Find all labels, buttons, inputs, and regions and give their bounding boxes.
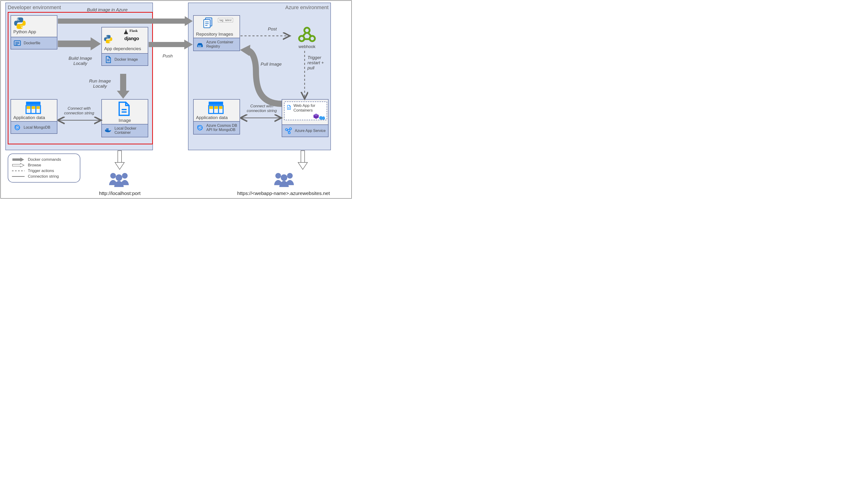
card-app-deps-footer: Docker Image <box>114 57 138 62</box>
ann-push: Push <box>157 53 178 58</box>
svg-rect-40 <box>209 106 213 109</box>
django-label: django <box>124 36 139 41</box>
users-local-icon <box>105 171 133 187</box>
svg-point-26 <box>15 126 16 127</box>
svg-point-49 <box>289 128 291 130</box>
table-icon <box>25 101 41 114</box>
legend-hollow-arrow-icon <box>12 163 25 168</box>
card-app-deps-title: App dependencies <box>104 46 146 51</box>
python-icon <box>13 17 27 30</box>
svg-point-0 <box>17 18 18 20</box>
legend-row-conn: Connection string <box>12 174 77 179</box>
svg-rect-33 <box>198 45 199 47</box>
arrow-browse-azure <box>298 151 308 169</box>
tag-latest-badge: tag: latest <box>218 18 233 22</box>
url-azure: https://<webapp-name>.azurewebsites.net <box>237 191 330 196</box>
card-python-app-footer: Dockerfile <box>24 41 40 45</box>
card-app-data-dev-footer: Local MongoDB <box>24 126 50 130</box>
flask-icon <box>123 29 129 35</box>
users-azure-icon <box>270 171 298 187</box>
ann-build-locally: Build Image Locally <box>66 56 94 66</box>
card-app-data-az-footer: Azure Cosmos DB API for MongoDB <box>206 123 237 132</box>
card-python-app-title: Python App <box>13 29 55 35</box>
webapp-inner-box: Web App for Containers <box>284 102 327 120</box>
acr-icon <box>196 40 204 48</box>
legend-dashed-line-icon <box>12 169 25 173</box>
legend-browse-label: Browse <box>28 163 41 168</box>
cosmos-db-icon <box>196 124 204 132</box>
docker-whale-icon <box>104 127 112 134</box>
ann-conn-az: Connect with connection string <box>244 104 279 113</box>
svg-point-1 <box>21 27 23 28</box>
file-icon <box>116 101 132 117</box>
legend-box: Docker commands Browse Trigger actions C… <box>8 154 80 183</box>
card-app-data-az: Application data Azure Cosmos DB API for… <box>193 99 240 134</box>
arrow-browse-local <box>115 151 124 169</box>
cloud-icon <box>319 116 326 120</box>
legend-conn-label: Connection string <box>28 174 59 179</box>
svg-rect-16 <box>108 128 108 129</box>
svg-rect-12 <box>105 130 106 131</box>
card-python-app: Python App Dockerfile <box>11 15 57 50</box>
documents-icon <box>201 17 216 31</box>
webhook-block: webhook <box>293 26 321 49</box>
svg-point-57 <box>275 173 281 179</box>
card-webapp-footer: Azure App Service <box>295 129 326 133</box>
env-azure-label: Azure environment <box>285 4 328 11</box>
ann-run-locally: Run Image Locally <box>88 79 112 89</box>
legend-solid-line-icon <box>12 174 25 179</box>
legend-row-docker: Docker commands <box>12 157 77 162</box>
ann-post: Post <box>263 26 282 31</box>
card-image: Image Local Docker Container <box>101 99 148 137</box>
card-image-title: Image <box>104 118 146 123</box>
arrow-push <box>149 40 193 50</box>
legend-trigger-label: Trigger actions <box>28 169 54 173</box>
svg-rect-64 <box>149 42 184 47</box>
svg-rect-42 <box>219 106 222 109</box>
flask-label: Flask <box>130 29 138 33</box>
card-app-data-dev-title: Application data <box>13 115 55 120</box>
legend-docker-label: Docker commands <box>28 157 61 162</box>
svg-point-7 <box>109 42 110 43</box>
card-app-deps: Flask django App dependencies Docker Ima… <box>101 27 148 66</box>
dockerfile-icon <box>13 39 21 47</box>
card-webapp: Web App for Containers Azure App Service <box>282 99 328 137</box>
webapp-file-icon <box>286 103 291 111</box>
svg-rect-23 <box>37 106 40 109</box>
card-repo-images: tag: latest Repository Images Azure Cont… <box>193 15 240 51</box>
svg-rect-21 <box>27 106 30 109</box>
docker-image-file-icon <box>104 55 112 64</box>
webhook-icon <box>298 26 316 43</box>
svg-point-58 <box>287 173 293 179</box>
card-repo-images-title: Repository Images <box>196 31 237 37</box>
webhook-label: webhook <box>293 44 321 49</box>
card-image-footer: Local Docker Container <box>114 126 146 135</box>
python-icon <box>103 35 113 44</box>
card-repo-images-footer: Azure Container Registry <box>206 40 237 49</box>
svg-rect-41 <box>214 106 218 109</box>
env-developer-label: Developer environment <box>8 4 61 11</box>
webapp-inner-label: Web App for Containers <box>294 103 325 113</box>
card-app-data-az-title: Application data <box>196 115 237 120</box>
svg-rect-13 <box>106 130 107 131</box>
legend-row-browse: Browse <box>12 163 77 168</box>
ann-build-in-azure: Build image in Azure <box>78 7 136 12</box>
svg-rect-67 <box>301 151 304 163</box>
svg-point-6 <box>106 36 107 37</box>
ann-conn-dev: Connect with connection string <box>59 106 99 115</box>
ann-trigger: Trigger restart + pull <box>308 55 331 70</box>
ann-pull-image: Pull Image <box>258 62 284 67</box>
svg-point-59 <box>281 174 287 181</box>
app-service-icon <box>285 127 293 135</box>
svg-rect-35 <box>201 45 201 47</box>
svg-rect-36 <box>209 102 223 105</box>
svg-rect-15 <box>106 128 107 129</box>
svg-rect-14 <box>108 130 108 131</box>
svg-point-55 <box>122 173 127 179</box>
url-localhost: http://localhost:port <box>99 191 140 196</box>
svg-rect-66 <box>118 151 122 163</box>
diagram-canvas: Developer environment Azure environment … <box>0 0 352 198</box>
svg-point-54 <box>110 173 116 179</box>
legend-row-trigger: Trigger actions <box>12 169 77 173</box>
cosmos-db-icon <box>13 123 21 131</box>
